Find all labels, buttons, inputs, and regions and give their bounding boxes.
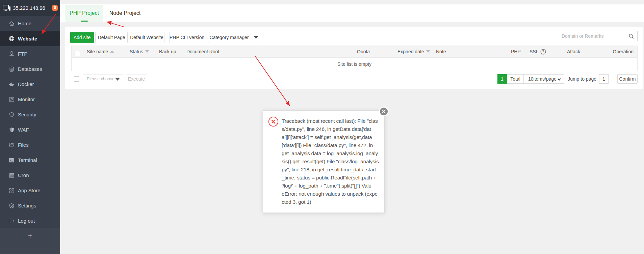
sidebar: 35.220.148.96 0 HomeWebsiteFTPDatabasesD… (0, 0, 60, 254)
sidebar-item-label: Files (18, 137, 29, 152)
search-input[interactable] (557, 31, 626, 41)
tab-php-project[interactable]: PHP Project (65, 5, 103, 22)
jump-to-page-label: Jump to page (568, 74, 596, 84)
sidebar-item-label: Home (18, 16, 31, 31)
column-label: SSL (530, 49, 538, 54)
grid-icon (9, 188, 15, 193)
php-cli-version-button[interactable]: PHP CLI version (169, 32, 204, 43)
chevron-down-icon (557, 77, 561, 81)
sidebar-item-docker[interactable]: Docker (0, 77, 60, 92)
select-all-checkbox[interactable] (74, 76, 79, 82)
column-label: Expired date (397, 49, 424, 54)
column-header-document-root[interactable]: Document Root (186, 46, 219, 57)
sidebar-item-label: Security (18, 107, 36, 122)
sidebar-item-log-out[interactable]: Log out (0, 213, 60, 228)
empty-table-message: Site list is empty (72, 58, 637, 70)
tab-node-project[interactable]: Node Project (103, 5, 147, 22)
sidebar-item-settings[interactable]: Settings (0, 198, 60, 213)
sidebar-nav: HomeWebsiteFTPDatabasesDockerMonitorSecu… (0, 16, 60, 228)
column-label: PHP (511, 49, 521, 54)
help-icon[interactable]: ? (540, 47, 546, 59)
execute-button[interactable]: Execute (126, 75, 147, 83)
column-label: Attack (567, 49, 580, 54)
column-header-ssl[interactable]: SSL? (530, 46, 546, 57)
sidebar-item-databases[interactable]: Databases (0, 61, 60, 77)
sidebar-item-cron[interactable]: Cron (0, 168, 60, 183)
sidebar-item-label: Terminal (18, 152, 37, 168)
chevron-down-icon (115, 78, 120, 81)
sidebar-item-label: Monitor (18, 92, 35, 107)
column-label: Back up (159, 49, 176, 54)
sidebar-item-app-store[interactable]: App Store (0, 183, 60, 198)
column-header-site-name[interactable]: Site name (87, 46, 114, 57)
shield-check-icon (9, 112, 15, 117)
sidebar-item-waf[interactable]: WAF (0, 122, 60, 137)
error-message-line: py", line 218, in get_result time_data, … (282, 166, 383, 174)
ftp-icon (9, 51, 15, 57)
chevron-down-icon (253, 36, 259, 39)
table-footer: Please choose Execute 1 Total 10items/pa… (65, 75, 643, 85)
monitor-icon (9, 96, 15, 102)
column-label: Operation (613, 49, 634, 54)
add-site-button[interactable]: Add site (70, 32, 94, 43)
error-message-line: _time, status = public.ReadFile(self.pat… (282, 174, 383, 182)
sort-down-icon (426, 50, 430, 53)
sidebar-item-label: FTP (18, 46, 27, 61)
category-manager-button[interactable]: Category manager (209, 32, 259, 43)
column-header-back-up[interactable]: Back up (159, 46, 176, 57)
column-label: Site name (87, 49, 108, 54)
sidebar-item-files[interactable]: Files (0, 137, 60, 152)
calendar-icon (9, 172, 15, 178)
folder-icon (9, 142, 15, 148)
toolbar: Add site Default Page Default Website PH… (65, 27, 643, 48)
confirm-button[interactable]: Confirm (617, 74, 638, 84)
bulk-action-placeholder: Please choose (87, 75, 114, 83)
column-label: Status (130, 49, 143, 54)
column-header-operation[interactable]: Operation (613, 46, 634, 57)
tab-php-project-label: PHP Project (70, 10, 99, 16)
default-page-button[interactable]: Default Page (95, 32, 128, 43)
computer-icon (3, 5, 11, 13)
svg-text:?: ? (542, 50, 544, 54)
column-label: Quota (357, 49, 370, 54)
globe-icon (9, 36, 15, 41)
sidebar-item-ftp[interactable]: FTP (0, 46, 60, 61)
add-menu-button[interactable]: + (0, 231, 60, 241)
error-message-line: '/log/' + log_path + ".time").split("[]"… (282, 182, 383, 190)
sidebar-item-label: Website (18, 31, 37, 46)
error-message: Traceback (most recent call last): File … (282, 117, 383, 206)
error-message-line: a'][i]['attack'] = self.get_analysis(get… (282, 133, 383, 141)
sidebar-item-website[interactable]: Website (0, 31, 60, 46)
column-header-quota[interactable]: Quota (357, 46, 370, 57)
column-label: Note (436, 49, 446, 54)
column-header-php[interactable]: PHP (511, 46, 521, 57)
error-message-line: Traceback (most recent call last): File … (282, 117, 383, 125)
tab-node-project-label: Node Project (109, 10, 141, 16)
column-header-attack[interactable]: Attack (567, 46, 580, 57)
close-icon[interactable] (379, 107, 389, 116)
jump-to-page-input[interactable]: 1 (599, 74, 609, 84)
error-icon (268, 116, 279, 128)
column-header-expired-date[interactable]: Expired date (397, 46, 430, 57)
sidebar-item-label: WAF (18, 122, 29, 137)
default-website-button[interactable]: Default Website (129, 32, 164, 43)
current-page-button[interactable]: 1 (497, 74, 507, 84)
select-all-header-checkbox[interactable] (75, 49, 80, 54)
column-header-status[interactable]: Status (130, 46, 149, 57)
search-icon[interactable] (628, 33, 634, 40)
sidebar-item-home[interactable]: Home (0, 16, 60, 31)
error-message-line: eError: not enough values to unpack (exp… (282, 190, 383, 198)
sidebar-item-terminal[interactable]: Terminal (0, 152, 60, 168)
sidebar-footer: + (0, 228, 60, 254)
page-size-value: 10items/page (528, 75, 557, 83)
table-body: Site list is empty (71, 58, 638, 71)
home-icon (9, 21, 15, 26)
page-size-select[interactable]: 10items/page (524, 74, 564, 84)
column-header-note[interactable]: Note (436, 46, 446, 57)
error-message-line: cted 3, got 1) (282, 198, 383, 206)
bulk-action-select[interactable]: Please choose (83, 75, 123, 83)
sidebar-item-monitor[interactable]: Monitor (0, 92, 60, 107)
sidebar-item-label: Log out (18, 213, 35, 228)
sidebar-item-security[interactable]: Security (0, 107, 60, 122)
message-count-badge[interactable]: 0 (52, 5, 58, 11)
